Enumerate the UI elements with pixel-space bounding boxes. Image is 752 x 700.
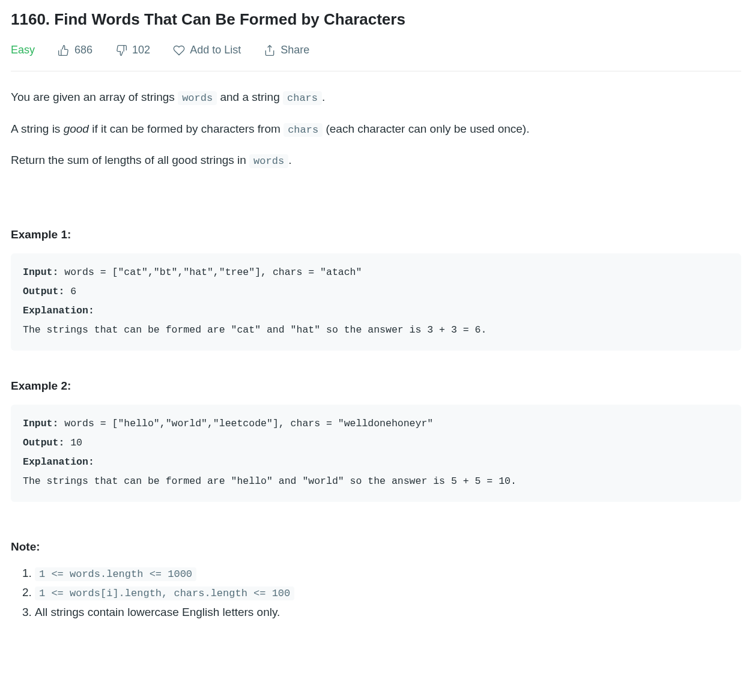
desc-paragraph: You are given an array of strings words … (11, 88, 741, 106)
inline-code: chars (283, 91, 322, 105)
share-label: Share (280, 42, 309, 59)
note-item: 1 <= words[i].length, chars.length <= 10… (35, 584, 741, 602)
problem-description: You are given an array of strings words … (11, 88, 741, 169)
inline-code: words (178, 91, 217, 105)
inline-code: chars (284, 123, 323, 137)
difficulty-label: Easy (11, 42, 35, 59)
note-item: All strings contain lowercase English le… (35, 603, 741, 621)
inline-code: 1 <= words.length <= 1000 (35, 567, 196, 581)
thumbs-up-icon (58, 44, 70, 56)
example-heading: Example 1: (11, 226, 741, 243)
problem-title: 1160. Find Words That Can Be Formed by C… (11, 7, 741, 31)
desc-paragraph: Return the sum of lengths of all good st… (11, 151, 741, 169)
dislikes-button[interactable]: 102 (115, 42, 150, 59)
thumbs-down-icon (115, 44, 127, 56)
example-heading: Example 2: (11, 377, 741, 394)
example-block: Input: words = ["hello","world","leetcod… (11, 405, 741, 502)
note-heading: Note: (11, 538, 741, 555)
heart-icon (173, 44, 185, 56)
share-icon (264, 44, 276, 56)
add-to-list-label: Add to List (190, 42, 241, 59)
desc-paragraph: A string is good if it can be formed by … (11, 120, 741, 138)
likes-count: 686 (74, 42, 92, 59)
inline-code: words (249, 154, 288, 168)
example-block: Input: words = ["cat","bt","hat","tree"]… (11, 253, 741, 351)
dislikes-count: 102 (132, 42, 150, 59)
note-list: 1 <= words.length <= 1000 1 <= words[i].… (11, 564, 741, 621)
inline-code: 1 <= words[i].length, chars.length <= 10… (35, 587, 294, 600)
problem-meta-row: Easy 686 102 Add to List Share (11, 42, 741, 71)
likes-button[interactable]: 686 (58, 42, 92, 59)
add-to-list-button[interactable]: Add to List (173, 42, 241, 59)
share-button[interactable]: Share (264, 42, 309, 59)
note-item: 1 <= words.length <= 1000 (35, 564, 741, 582)
